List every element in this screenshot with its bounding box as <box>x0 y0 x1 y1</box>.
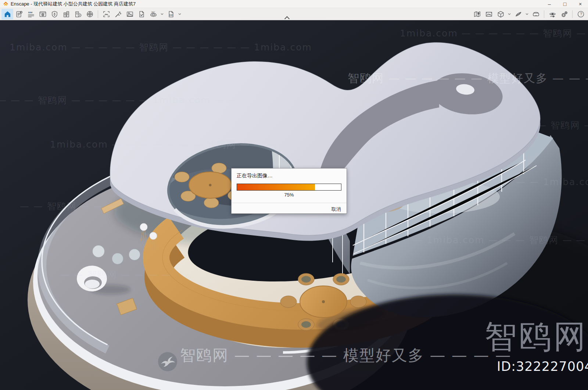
wing-icon <box>514 10 522 18</box>
panorama-strip-icon <box>485 10 493 18</box>
export-image-button[interactable] <box>124 9 136 20</box>
file-check-icon <box>138 10 146 18</box>
brand-watermark-large: 智鸥网 <box>484 315 588 359</box>
exe-standalone-icon: EXE <box>167 10 175 18</box>
map-pin-icon <box>473 10 481 18</box>
svg-text:BIM: BIM <box>28 11 32 14</box>
exe-dropdown[interactable] <box>177 10 183 18</box>
settings-gear-icon <box>560 10 568 18</box>
window-controls: – □ × <box>542 0 588 8</box>
cube-dropdown[interactable] <box>506 10 512 18</box>
cancel-button[interactable]: 取消 <box>329 205 343 213</box>
toolbar-collapse-chevron[interactable] <box>285 16 289 19</box>
toolbar-right-group: ? <box>471 9 587 20</box>
screenshot-button[interactable] <box>100 9 112 20</box>
bim-info-icon: BIM <box>27 10 35 18</box>
file-check-button[interactable] <box>136 9 147 20</box>
vr-headset-icon <box>532 10 540 18</box>
chevron-down-icon <box>178 12 182 16</box>
vr-headset-button[interactable] <box>530 9 542 20</box>
chevron-down-icon <box>507 12 512 16</box>
svg-text:360°: 360° <box>151 11 155 13</box>
chevron-down-icon <box>160 12 164 16</box>
home-icon <box>4 10 11 18</box>
bim-info-button[interactable]: BIM <box>25 9 37 20</box>
magic-wand-icon <box>114 10 122 18</box>
shield-plant-icon <box>51 10 58 18</box>
dialog-separator <box>232 203 347 203</box>
media-reel-icon <box>86 10 94 18</box>
svg-text:EXE: EXE <box>169 14 172 16</box>
cube-button[interactable] <box>495 9 506 20</box>
title-bar[interactable]: Enscape - 现代驿站建筑 小型公共建筑 公园建筑 商店建筑7 <box>0 0 588 8</box>
help-icon: ? <box>577 10 585 18</box>
window-title: Enscape - 现代驿站建筑 小型公共建筑 公园建筑 商店建筑7 <box>11 1 136 7</box>
help-button[interactable]: ? <box>575 9 587 20</box>
exe-standalone-button[interactable]: EXE <box>165 9 177 20</box>
enscape-logo-icon <box>3 1 8 7</box>
main-toolbar: BIM <box>0 8 588 20</box>
map-pin-button[interactable] <box>471 9 483 20</box>
progress-bar <box>237 184 341 191</box>
panorama-strip-button[interactable] <box>483 9 495 20</box>
buildings-button[interactable] <box>60 9 72 20</box>
visual-settings-button[interactable] <box>546 9 558 20</box>
cube-icon <box>497 10 505 18</box>
building-energy-button[interactable] <box>72 9 84 20</box>
magic-wand-button[interactable] <box>112 9 124 20</box>
bird-logo-icon <box>157 351 178 372</box>
close-button[interactable]: × <box>573 0 588 8</box>
panorama-360-icon: 360° <box>150 10 157 18</box>
media-reel-button[interactable] <box>84 9 96 20</box>
minimize-button[interactable]: – <box>542 0 557 8</box>
render-window-icon <box>39 10 47 18</box>
wing-button[interactable] <box>512 9 524 20</box>
shield-plant-button[interactable] <box>49 9 60 20</box>
buildings-icon <box>62 10 70 18</box>
progress-percent-label: 75% <box>237 192 341 198</box>
maximize-button[interactable]: □ <box>557 0 573 8</box>
document-edit-icon <box>15 10 23 18</box>
panorama-360-button[interactable]: 360° <box>147 9 159 20</box>
document-edit-button[interactable] <box>13 9 25 20</box>
toolbar-separator <box>572 10 573 18</box>
panorama-dropdown[interactable] <box>159 10 165 18</box>
enscape-window: { "window": { "title": "Enscape - 现代驿站建筑… <box>0 0 588 390</box>
home-button[interactable] <box>1 9 13 20</box>
render-window-button[interactable] <box>37 9 49 20</box>
chevron-down-icon <box>525 12 529 16</box>
wing-dropdown[interactable] <box>524 10 530 18</box>
export-progress-dialog: 正在导出图像… 75% 取消 <box>231 168 347 214</box>
visual-settings-icon <box>549 10 556 18</box>
asset-id-label: ID:322227004 <box>497 359 588 374</box>
building-energy-icon <box>74 10 82 18</box>
svg-text:?: ? <box>580 12 582 16</box>
dialog-title: 正在导出图像… <box>237 173 273 179</box>
toolbar-separator <box>544 10 544 18</box>
progress-fill <box>237 184 315 190</box>
settings-gear-button[interactable] <box>558 9 570 20</box>
screenshot-icon <box>103 10 110 18</box>
export-image-icon <box>126 10 134 18</box>
toolbar-separator <box>98 10 98 18</box>
